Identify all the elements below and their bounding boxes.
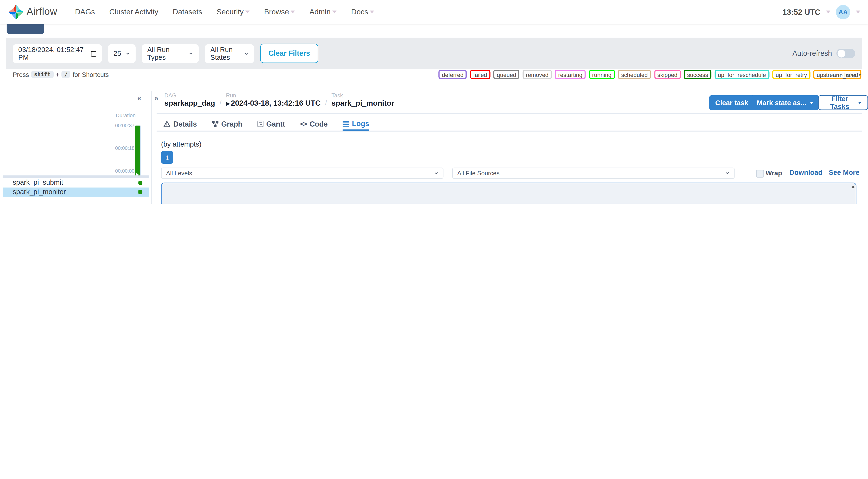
duration-tick: 00:00:18 [83, 146, 135, 151]
expand-panel-icon[interactable]: » [154, 94, 158, 102]
header-divider [157, 114, 862, 114]
state-badge[interactable]: up_for_reschedule [714, 70, 769, 79]
calendar-icon [91, 50, 96, 57]
mark-state-as-button[interactable]: Mark state as... [750, 95, 819, 110]
airflow-logo-icon [8, 3, 25, 20]
state-badge[interactable]: failed [470, 70, 490, 79]
slash-key: / [62, 71, 71, 78]
filter-bar: 03/18/2024, 01:52:47 PM 25 All Run Types… [6, 38, 862, 69]
chevron-down-icon [434, 171, 438, 175]
chevron-down-icon[interactable] [826, 10, 830, 13]
panel-divider[interactable] [151, 91, 152, 204]
state-badge[interactable]: removed [523, 70, 552, 79]
shortcut-hint: Press shift + / for Shortcuts [13, 71, 109, 78]
collapse-sidebar-icon[interactable]: « [137, 94, 141, 102]
attempt-1-button[interactable]: 1 [161, 151, 173, 164]
state-badge[interactable]: queued [493, 70, 520, 79]
auto-refresh-label: Auto-refresh [793, 49, 832, 57]
duration-tick: 00:00:37 [83, 123, 135, 128]
auto-refresh-toggle[interactable] [836, 49, 855, 58]
gantt-icon [257, 121, 264, 127]
tab-code[interactable]: <> Code [300, 117, 328, 130]
chevron-down-icon [858, 101, 861, 103]
state-badge[interactable]: up_for_retry [772, 70, 810, 79]
breadcrumb: DAG sparkapp_dag / Run ▶2024-03-18, 13:4… [164, 92, 394, 107]
run-types-select[interactable]: All Run Types [142, 44, 199, 63]
run-duration-bar[interactable] [135, 126, 141, 178]
state-badge[interactable]: success [684, 70, 711, 79]
breadcrumb-run[interactable]: Run ▶2024-03-18, 13:42:16 UTC [226, 92, 321, 107]
scroll-up-arrow-icon[interactable] [851, 185, 855, 188]
task-state-square-success[interactable] [138, 181, 143, 185]
logs-icon [343, 121, 349, 127]
toggle-knob [837, 50, 845, 57]
page-size-select[interactable]: 25 [108, 44, 136, 63]
vertical-scrollbar[interactable] [850, 183, 856, 204]
nav-right: 13:52 UTC AA [782, 5, 860, 19]
run-duration-bar-fill [135, 126, 140, 178]
nav-item-dags[interactable]: DAGs [75, 8, 95, 16]
tab-logs[interactable]: Logs [343, 118, 369, 131]
top-navbar: Airflow DAGs Cluster Activity Datasets S… [0, 0, 868, 24]
graph-icon [212, 121, 218, 127]
clear-task-button[interactable]: Clear task [709, 95, 754, 110]
airflow-app: Airflow DAGs Cluster Activity Datasets S… [0, 0, 868, 204]
task-row-spark-pi-monitor[interactable]: spark_pi_monitor [3, 187, 149, 197]
run-states-select[interactable]: All Run States [205, 44, 254, 63]
nav-links: DAGs Cluster Activity Datasets Security … [75, 8, 374, 16]
chevron-down-icon[interactable] [856, 10, 860, 13]
duration-axis-band [3, 175, 149, 178]
code-icon: <> [300, 120, 307, 128]
chevron-down-icon [810, 101, 813, 103]
detail-tabs: Details Graph Gantt <> Code [157, 117, 862, 131]
state-badge[interactable]: deferred [439, 70, 467, 79]
log-file-sources-select[interactable]: All File Sources [452, 167, 735, 179]
chevron-down-icon [126, 51, 130, 56]
state-badge[interactable]: running [589, 70, 615, 79]
by-attempts-label: (by attempts) [161, 140, 202, 148]
log-output-panel[interactable]: [2024-03-18, 13:42:23 UTC] {job.py:216} … [161, 183, 856, 204]
wrap-checkbox[interactable] [756, 170, 764, 178]
auto-refresh-control: Auto-refresh [793, 49, 855, 58]
log-levels-select[interactable]: All Levels [161, 167, 443, 179]
task-row-spark-pi-submit[interactable]: spark_pi_submit [3, 178, 149, 187]
filter-tasks-button[interactable]: Filter Tasks [818, 95, 868, 110]
see-more-link[interactable]: See More [829, 169, 860, 177]
state-legend: deferred failed queued removed restartin… [439, 70, 861, 79]
state-badge[interactable]: scheduled [618, 70, 651, 79]
tab-graph[interactable]: Graph [212, 117, 243, 130]
base-date-input[interactable]: 03/18/2024, 01:52:47 PM [13, 44, 102, 63]
state-badge[interactable]: skipped [654, 70, 681, 79]
breadcrumb-separator: / [219, 99, 221, 107]
duration-tick: 00:00:00 [83, 168, 135, 174]
brand-text: Airflow [27, 6, 57, 18]
chevron-down-icon [333, 10, 337, 13]
nav-item-admin[interactable]: Admin [310, 8, 337, 16]
chevron-down-icon [245, 10, 250, 13]
clear-filters-button[interactable]: Clear Filters [260, 44, 318, 63]
chevron-down-icon [370, 10, 374, 13]
shift-key: shift [31, 71, 54, 78]
breadcrumb-separator: / [325, 99, 327, 107]
nav-item-datasets[interactable]: Datasets [173, 8, 202, 16]
nav-item-cluster-activity[interactable]: Cluster Activity [109, 8, 158, 16]
nav-item-browse[interactable]: Browse [264, 8, 295, 16]
breadcrumb-task[interactable]: Task spark_pi_monitor [332, 92, 394, 107]
airflow-brand[interactable]: Airflow [8, 3, 57, 20]
chevron-down-icon [291, 10, 295, 13]
utc-clock[interactable]: 13:52 UTC [782, 7, 820, 17]
download-link[interactable]: Download [789, 169, 822, 177]
breadcrumb-dag[interactable]: DAG sparkapp_dag [164, 92, 215, 107]
nav-item-docs[interactable]: Docs [351, 8, 374, 16]
tab-details[interactable]: Details [163, 117, 197, 130]
chevron-down-icon [189, 51, 193, 56]
nav-item-security[interactable]: Security [217, 8, 250, 16]
wrap-label: Wrap [766, 169, 782, 177]
state-badge[interactable]: restarting [555, 70, 586, 79]
chevron-down-icon [244, 51, 249, 56]
warning-triangle-icon [163, 121, 171, 127]
tab-gantt[interactable]: Gantt [257, 117, 285, 130]
avatar[interactable]: AA [836, 5, 850, 19]
task-state-square-success[interactable] [138, 190, 143, 194]
manual-run-play-icon: ▶ [226, 100, 230, 106]
